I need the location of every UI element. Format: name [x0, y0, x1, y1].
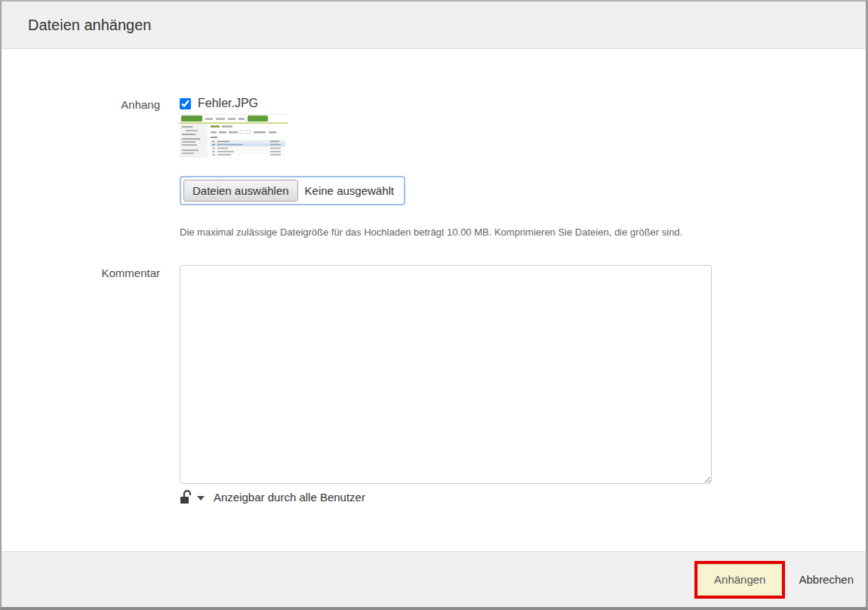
cancel-button[interactable]: Abbrechen	[799, 573, 854, 586]
unlock-icon	[180, 490, 192, 504]
dialog-header: Dateien anhängen	[2, 2, 866, 49]
comment-row: Kommentar Anzeigbar durch alle Benutzer	[2, 265, 866, 504]
attach-button[interactable]: Anhängen	[697, 564, 782, 596]
attachment-checkbox[interactable]	[180, 98, 191, 109]
caret-down-icon	[197, 496, 205, 501]
visibility-selector[interactable]: Anzeigbar durch alle Benutzer	[180, 490, 844, 504]
file-upload-input[interactable]: Dateien auswählen Keine ausgewählt	[180, 176, 405, 205]
file-selection-status: Keine ausgewählt	[298, 184, 402, 197]
dialog-title: Dateien anhängen	[28, 17, 151, 34]
choose-files-button[interactable]: Dateien auswählen	[183, 180, 298, 202]
attach-button-highlight-annotation: Anhängen	[694, 561, 785, 599]
attachment-row: Anhang Fehler.JPG	[2, 97, 866, 244]
dialog-body: Anhang Fehler.JPG	[2, 49, 866, 551]
attachment-file-name: Fehler.JPG	[198, 97, 258, 110]
attachment-label: Anhang	[2, 97, 180, 244]
attach-files-dialog: Dateien anhängen Anhang Fehler.JPG	[0, 0, 868, 610]
attachment-item: Fehler.JPG	[180, 97, 844, 110]
dialog-footer: Anhängen Abbrechen	[2, 551, 866, 607]
attachment-thumbnail-image	[180, 114, 288, 158]
comment-textarea[interactable]	[180, 265, 712, 484]
visibility-text: Anzeigbar durch alle Benutzer	[214, 491, 365, 504]
comment-label: Kommentar	[2, 265, 180, 504]
upload-size-help-text: Die maximal zulässige Dateigröße für das…	[180, 220, 838, 244]
